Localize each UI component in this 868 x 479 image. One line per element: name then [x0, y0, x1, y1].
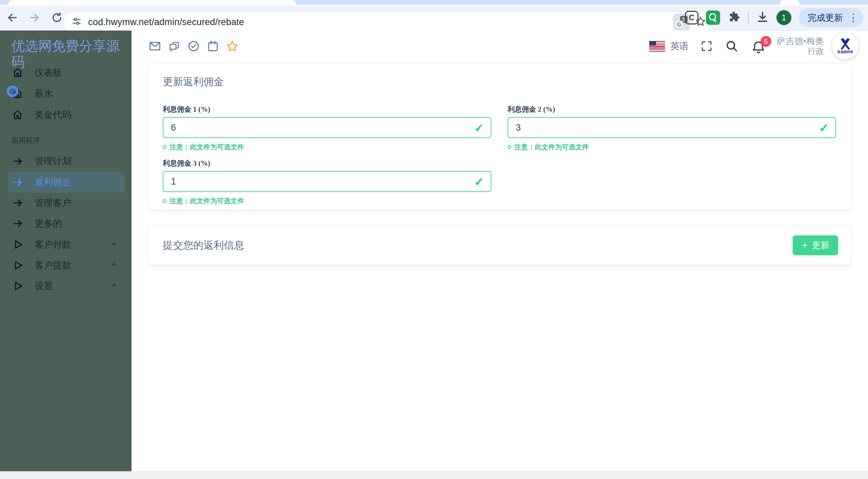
- forward-button[interactable]: [28, 11, 41, 24]
- valid-check-icon: [474, 175, 484, 189]
- note-text: 注意：此文件为可选文件: [170, 196, 244, 206]
- extensions-puzzle-icon[interactable]: [728, 11, 741, 25]
- sidebar-item-customer-payments[interactable]: 客户付款: [0, 234, 132, 255]
- avatar-caption: 优选源码库: [837, 50, 853, 54]
- user-info[interactable]: 萨吉德•梅奥 行政: [777, 36, 824, 56]
- sidebar-item-settings[interactable]: 设置: [0, 275, 132, 296]
- sidebar: 优选网免费分享源码 仪表板 薪水 奖金代码 应用程序: [0, 31, 132, 471]
- address-bar[interactable]: cod.hwymw.net/admin/secured/rebate 文G: [64, 12, 711, 32]
- note-text: 注意：此文件为可选文件: [170, 142, 244, 152]
- chevron-up-icon[interactable]: [111, 261, 118, 270]
- download-icon[interactable]: [756, 11, 769, 25]
- main-content: 英语 5 萨吉德•梅奥 行政: [132, 31, 868, 471]
- url-text: cod.hwymw.net/admin/secured/rebate: [88, 17, 244, 27]
- user-role: 行政: [777, 46, 824, 56]
- page-bottom-strip: [0, 471, 868, 479]
- home-icon: [12, 88, 24, 100]
- sidebar-item-customer-withdrawals[interactable]: 客户提款: [0, 255, 132, 276]
- field-label: 利息佣金 1 (%): [163, 104, 491, 114]
- sidebar-item-label: 返利佣金: [35, 176, 71, 188]
- language-label[interactable]: 英语: [670, 40, 689, 52]
- commission-field-1: 利息佣金 1 (%) 注意：此文件为可选文件: [163, 104, 491, 152]
- fullscreen-icon[interactable]: [700, 40, 713, 53]
- user-avatar[interactable]: 优选源码库: [832, 33, 859, 59]
- reload-button[interactable]: [50, 11, 64, 24]
- check-circle-icon[interactable]: [187, 40, 200, 53]
- forward-arrow-icon: [28, 12, 41, 24]
- valid-check-icon: [474, 121, 484, 135]
- browser-menu-icon[interactable]: ⋮: [848, 13, 859, 23]
- star-icon[interactable]: [226, 40, 239, 53]
- us-flag-icon[interactable]: [649, 41, 665, 52]
- note-circle-icon: [163, 199, 166, 203]
- sidebar-item-label: 奖金代码: [35, 109, 71, 121]
- sidebar-item-salary[interactable]: 薪水: [0, 83, 132, 104]
- tab-strip-notch: [780, 0, 800, 5]
- plus-icon: +: [802, 240, 808, 250]
- rebate-form-card: 更新返利佣金 利息佣金 1 (%) 注意：此文件为可选文件: [149, 64, 850, 209]
- header-right-cluster: 英语 5 萨吉德•梅奥 行政: [649, 31, 859, 62]
- notification-badge: 5: [761, 36, 771, 47]
- page-header: 英语 5 萨吉德•梅奥 行政: [132, 31, 868, 62]
- triangle-right-icon: [12, 238, 24, 251]
- home-icon: [12, 109, 24, 121]
- field-label: 利息佣金 2 (%): [508, 104, 836, 114]
- chevron-up-icon[interactable]: [111, 240, 118, 249]
- chat-icon[interactable]: [168, 40, 181, 53]
- calendar-icon[interactable]: [206, 40, 219, 53]
- site-info-icon[interactable]: [71, 16, 82, 28]
- sidebar-item-more[interactable]: 更多的: [0, 213, 132, 234]
- commission-input-3[interactable]: [163, 171, 491, 192]
- form-card-title: 更新返利佣金: [163, 75, 836, 89]
- sidebar-section-applications: 应用程序: [12, 136, 40, 145]
- browser-nav-buttons: [5, 5, 64, 31]
- browser-profile-avatar[interactable]: 1: [776, 10, 791, 25]
- submit-card-title: 提交您的返利信息: [163, 238, 244, 252]
- note-circle-icon: [508, 145, 511, 149]
- arrow-right-icon: [12, 155, 24, 167]
- sidebar-item-dashboard[interactable]: 仪表板: [0, 62, 132, 83]
- commission-input-2[interactable]: [508, 117, 836, 138]
- update-button[interactable]: + 更新: [793, 235, 838, 255]
- mail-icon[interactable]: [149, 40, 161, 53]
- sidebar-item-label: 仪表板: [35, 66, 62, 79]
- toolbar-separator: [748, 12, 749, 24]
- chevron-up-icon[interactable]: [111, 282, 118, 290]
- commission-input-wrap: [163, 117, 491, 138]
- field-note: 注意：此文件为可选文件: [508, 142, 836, 152]
- sidebar-item-label: 管理客户: [35, 197, 71, 209]
- extension-c-icon[interactable]: C: [685, 11, 698, 24]
- commission-field-3: 利息佣金 3 (%) 注意：此文件为可选文件: [163, 158, 491, 206]
- extension-search-icon[interactable]: [706, 11, 720, 25]
- sidebar-item-label: 薪水: [35, 88, 53, 100]
- sidebar-item-bonus-code[interactable]: 奖金代码: [0, 104, 132, 125]
- active-tab[interactable]: [8, 0, 296, 5]
- triangle-right-icon: [12, 280, 24, 292]
- browser-window: cod.hwymw.net/admin/secured/rebate 文G C …: [0, 0, 868, 479]
- search-icon[interactable]: [725, 40, 738, 53]
- commission-input-1[interactable]: [163, 117, 491, 138]
- field-label: 利息佣金 3 (%): [163, 158, 491, 168]
- update-button-label: 更新: [812, 240, 829, 251]
- notifications-bell[interactable]: 5: [751, 38, 766, 54]
- sidebar-item-rebate-commission[interactable]: 返利佣金: [8, 172, 125, 193]
- home-icon: [12, 66, 24, 79]
- tab-strip: [0, 0, 868, 5]
- note-circle-icon: [163, 145, 166, 149]
- triangle-right-icon: [12, 259, 24, 271]
- back-arrow-icon: [6, 12, 18, 24]
- reload-icon: [51, 12, 63, 24]
- commission-input-wrap: [508, 117, 836, 138]
- sidebar-item-manage-plans[interactable]: 管理计划: [0, 151, 132, 172]
- back-button[interactable]: [5, 11, 19, 24]
- submit-card: 提交您的返利信息 + 更新: [149, 226, 850, 265]
- header-quick-icons: [149, 31, 239, 62]
- target-icon: [7, 85, 18, 97]
- sidebar-item-label: 客户提款: [35, 259, 71, 271]
- arrow-right-icon: [12, 197, 24, 209]
- arrow-right-icon: [12, 217, 24, 230]
- sidebar-item-manage-customers[interactable]: 管理客户: [0, 192, 132, 213]
- chrome-update-label: 完成更新: [808, 12, 843, 24]
- chrome-update-button[interactable]: 完成更新 ⋮: [799, 8, 863, 27]
- sidebar-item-label: 更多的: [35, 217, 62, 230]
